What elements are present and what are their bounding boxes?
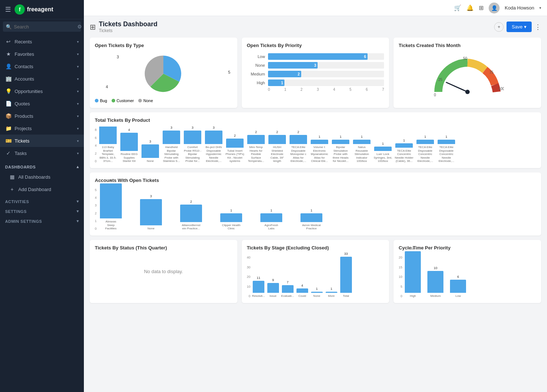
product-bar-9: 2 TECA Elite Disposable Monopolar c Atla… [288, 135, 308, 163]
hamburger-icon[interactable]: ☰ [5, 5, 11, 13]
cart-icon[interactable]: 🛒 [454, 4, 461, 11]
bottom-row-charts: Tickets By Status (This Quarter) No data… [90, 240, 541, 303]
chevron-icon: ▾ [77, 114, 79, 118]
opportunities-icon: 💡 [5, 88, 12, 94]
stage-bars: 11 Resoluti... 9 Issue 7 Evaluati... 4 [252, 254, 353, 298]
product-y-axis: 86420 [95, 127, 97, 163]
product-bar-8: 2 HUSH Shielded Electrode Cable, 39" len… [267, 135, 287, 163]
low-bar: 6 [268, 53, 368, 60]
tickets-icon: 🎫 [5, 138, 12, 144]
chevron-icon: ▾ [77, 102, 79, 106]
projects-icon: 📁 [5, 125, 12, 131]
cycle-bar-high: 19 High [404, 251, 422, 298]
pie-svg [143, 54, 183, 94]
high-bar: 1 [268, 79, 285, 86]
cycle-chart-area: 20151050 19 High 10 Medium 6 [399, 254, 536, 298]
gauge-chart: 0 50 100 25 75 [399, 52, 536, 99]
customer-dot [112, 99, 115, 102]
product-bar-6: 2 Tubal Insert Phones (TIPs) Kit - Nicol… [225, 139, 245, 163]
svg-text:0: 0 [434, 93, 436, 97]
product-bar-4: 3 Comfort Probe R510 - Bipolar Stimulati… [183, 131, 202, 163]
logo-icon: f [15, 4, 25, 15]
product-bar-0: 7 113 Baby BraiNet Template, BBN-3, 33.5… [98, 127, 118, 163]
chevron-icon: ▾ [77, 40, 79, 44]
sidebar-item-projects[interactable]: 📁 Projects ▾ [0, 122, 84, 135]
accounts-bar-4: 1 AgroFresh Labs [259, 213, 284, 230]
priority-bar-chart: Low 6 None 3 [247, 52, 384, 86]
accounts-open-title: Accounts With Open Tickets [95, 178, 536, 183]
pie-legend: Bug Customer None [95, 98, 232, 103]
tasks-icon: ✓ [5, 150, 12, 156]
sidebar-header: ☰ f freeagent [0, 0, 84, 19]
admin-settings-section[interactable]: ADMIN SETTINGS▾ [0, 215, 84, 225]
sidebar-item-add-dashboard[interactable]: + Add Dashboard [0, 183, 84, 195]
sidebar-item-tasks[interactable]: ✓ Tasks ▾ [0, 147, 84, 159]
chevron-icon: ▾ [77, 77, 79, 81]
save-button[interactable]: Save ▾ [507, 22, 532, 32]
priority-row-medium: Medium 2 [247, 71, 384, 77]
sidebar-item-all-dashboards[interactable]: ▦ All Dashboards [0, 171, 84, 183]
stage-bar-6: 33 Total [340, 257, 353, 298]
product-bar-14: 1 TECA Elite Concentric Needle Holder (C… [394, 143, 414, 163]
chevron-icon: ▾ [77, 52, 79, 56]
search-icon: 🔍 [6, 24, 12, 30]
sidebar-item-opportunities[interactable]: 💡 Opportunities ▾ [0, 85, 84, 97]
svg-point-1 [465, 90, 470, 94]
pie-label-4: 4 [106, 85, 108, 89]
sidebar-item-accounts[interactable]: 🏢 Accounts ▾ [0, 73, 84, 85]
accounts-open-card: Accounts With Open Tickets 543210 4 Abra… [90, 172, 541, 236]
cycle-time-card: Cycle Time Per Priority 20151050 19 High… [393, 240, 541, 303]
open-by-priority-card: Open Tickets By Priority Low 6 None [242, 38, 389, 108]
title-area: ⊞ Tickets Dashboard Tickets [90, 20, 158, 33]
logo-text: freeagent [27, 6, 53, 13]
product-bar-13: 1 Luer Lock Syringes, 3ml, 100/box [373, 147, 393, 163]
sidebar-item-products[interactable]: 📦 Products ▾ [0, 110, 84, 122]
user-name[interactable]: Koda Howson [505, 5, 534, 11]
topnav: 🛒 🔔 ⊞ 👤 Koda Howson ▾ [84, 0, 547, 16]
total-by-product-title: Total Tickets By Product [95, 117, 536, 123]
grid-icon[interactable]: ⊞ [479, 4, 484, 11]
product-bar-3: 3 Handheld Bipolar Stimulating Probe wit… [162, 131, 181, 163]
products-icon: 📦 [5, 113, 12, 119]
sidebar: ☰ f freeagent 🔍 ⚙ ↩ Recents ▾ ★ Favorite… [0, 0, 84, 392]
product-bar-10: 1 Volume I: Electronic Myoanatomic Atlas… [310, 140, 329, 163]
by-status-card: Tickets By Status (This Quarter) No data… [90, 240, 237, 303]
product-bar-1: 4 Routine EEG Supplies Starter Kit [119, 133, 139, 163]
search-container[interactable]: 🔍 ⚙ [3, 22, 81, 32]
user-chevron-icon[interactable]: ▾ [539, 6, 541, 10]
title-block: Tickets Dashboard Tickets [99, 20, 158, 33]
stage-bar-0: 11 Resoluti... [252, 281, 265, 298]
svg-line-0 [446, 82, 468, 92]
favorites-icon: ★ [5, 51, 12, 57]
search-input[interactable] [14, 24, 75, 30]
add-widget-button[interactable]: + [494, 22, 504, 32]
bell-icon[interactable]: 🔔 [466, 4, 474, 11]
main-area: 🛒 🔔 ⊞ 👤 Koda Howson ▾ ⊞ Tickets Dashboar… [84, 0, 547, 392]
sidebar-item-favorites[interactable]: ★ Favorites ▾ [0, 48, 84, 60]
svg-text:75: 75 [489, 70, 494, 74]
priority-row-low: Low 6 [247, 53, 384, 60]
activities-section[interactable]: ACTIVITIES▾ [0, 195, 84, 205]
cycle-bar-medium: 10 Medium [426, 271, 445, 298]
open-by-priority-title: Open Tickets By Priority [247, 43, 384, 48]
legend-none: None [138, 98, 153, 103]
chevron-icon: ▾ [77, 89, 79, 93]
svg-text:50: 50 [463, 57, 468, 61]
dashboard-header: ⊞ Tickets Dashboard Tickets + Save ▾ ⋮ [90, 20, 541, 33]
quotes-icon: 📄 [5, 101, 12, 106]
more-options-button[interactable]: ⋮ [535, 23, 541, 31]
sidebar-item-recents[interactable]: ↩ Recents ▾ [0, 35, 84, 48]
dashboards-section[interactable]: DASHBOARDS▴ [0, 161, 84, 171]
product-chart-area: 86420 7 113 Baby BraiNet Template, BBN-3… [95, 127, 536, 163]
stage-bar-2: 7 Evaluati... [281, 285, 294, 298]
settings-section[interactable]: SETTINGS▾ [0, 205, 84, 215]
by-stage-card: Tickets By Stage (Excluding Closed) 4030… [242, 240, 389, 303]
product-bar-5: 3 Bo-ject DHN Disposable Hypodermic Need… [204, 131, 224, 163]
sidebar-item-quotes[interactable]: 📄 Quotes ▾ [0, 97, 84, 110]
product-bar-16: 1 TECA Elite Disposable Concentric Needl… [437, 140, 456, 163]
sidebar-item-contacts[interactable]: 👤 Contacts ▾ [0, 60, 84, 73]
svg-text:25: 25 [438, 78, 443, 82]
settings-icon[interactable]: ⚙ [77, 24, 82, 30]
product-bar-15: 1 TECA Elite Disposable Concentric Needl… [415, 140, 435, 163]
sidebar-item-tickets[interactable]: 🎫 Tickets ▾ [0, 135, 84, 147]
